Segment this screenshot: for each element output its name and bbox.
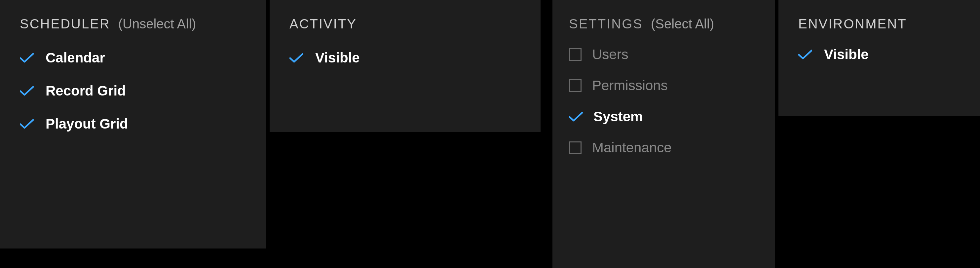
check-icon (20, 53, 34, 63)
scheduler-header: SCHEDULER (Unselect All) (20, 16, 247, 31)
check-icon (569, 112, 583, 122)
checkbox-empty-icon (569, 48, 582, 61)
settings-item-system[interactable]: System (569, 109, 762, 124)
item-label: Visible (824, 46, 869, 62)
checkbox-empty-icon (569, 79, 582, 92)
checkbox-empty-icon (569, 142, 582, 154)
item-label: System (593, 109, 643, 124)
scheduler-item-calendar[interactable]: Calendar (20, 50, 247, 66)
settings-header: SETTINGS (Select All) (569, 16, 762, 31)
activity-panel: ACTIVITY Visible (270, 0, 541, 132)
item-label: Visible (315, 50, 360, 66)
settings-panel: SETTINGS (Select All) Users Permissions … (552, 0, 775, 268)
item-label: Permissions (592, 78, 668, 94)
environment-title: ENVIRONMENT (798, 16, 907, 31)
scheduler-panel: SCHEDULER (Unselect All) Calendar Record… (0, 0, 266, 249)
settings-item-users[interactable]: Users (569, 46, 762, 62)
settings-select-all[interactable]: (Select All) (651, 16, 714, 31)
item-label: Maintenance (592, 140, 672, 156)
environment-item-visible[interactable]: Visible (798, 46, 960, 62)
scheduler-item-playout-grid[interactable]: Playout Grid (20, 116, 247, 132)
activity-title: ACTIVITY (290, 16, 357, 31)
settings-title: SETTINGS (569, 16, 643, 31)
check-icon (290, 53, 303, 63)
item-label: Record Grid (46, 83, 126, 99)
item-label: Users (592, 46, 628, 62)
item-label: Playout Grid (46, 116, 128, 132)
environment-panel: ENVIRONMENT Visible (778, 0, 980, 116)
check-icon (798, 49, 812, 60)
check-icon (20, 86, 34, 96)
scheduler-title: SCHEDULER (20, 16, 110, 31)
check-icon (20, 119, 34, 129)
settings-item-permissions[interactable]: Permissions (569, 78, 762, 94)
environment-header: ENVIRONMENT (798, 16, 960, 31)
activity-header: ACTIVITY (290, 16, 521, 31)
activity-item-visible[interactable]: Visible (290, 50, 521, 66)
item-label: Calendar (46, 50, 105, 66)
scheduler-unselect-all[interactable]: (Unselect All) (118, 16, 196, 31)
settings-item-maintenance[interactable]: Maintenance (569, 140, 762, 156)
scheduler-item-record-grid[interactable]: Record Grid (20, 83, 247, 99)
